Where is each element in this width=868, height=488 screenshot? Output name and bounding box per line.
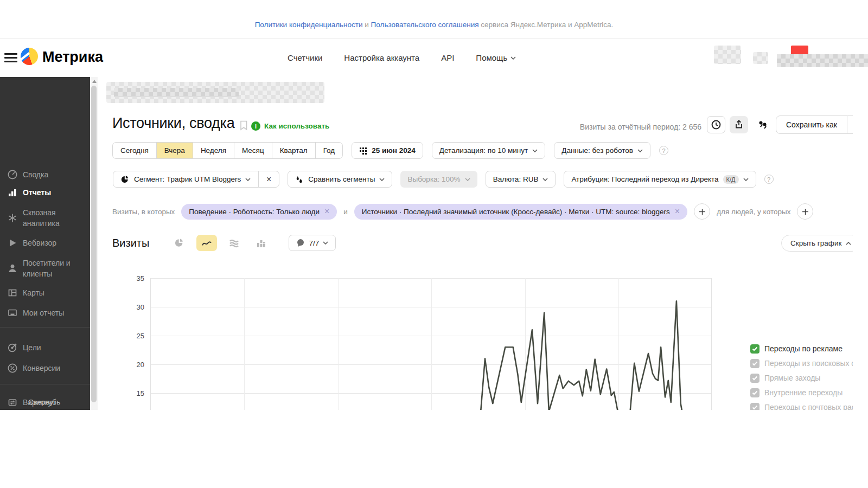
y-axis-tick: 35 <box>125 274 144 282</box>
chart-legend: Переходы по рекламе Переходы из поисковы… <box>750 344 868 412</box>
add-people-filter-button[interactable] <box>797 203 813 220</box>
period-tab-today[interactable]: Сегодня <box>113 143 156 158</box>
chart-type-area-button[interactable] <box>224 235 244 251</box>
nav-api[interactable]: API <box>441 53 454 62</box>
hide-chart-button[interactable]: Скрыть график <box>781 235 860 252</box>
period-tab-yesterday[interactable]: Вчера <box>156 143 193 158</box>
chevron-down-icon <box>637 149 643 152</box>
nav-account-settings[interactable]: Настройка аккаунта <box>344 53 419 62</box>
checkbox-checked-icon[interactable] <box>750 359 760 368</box>
column-chart-icon <box>256 238 266 248</box>
legend-item-search-traffic[interactable]: Переходы из поисковых систем <box>750 358 868 368</box>
segment-clear-button[interactable]: × <box>258 171 279 187</box>
y-axis-tick: 25 <box>125 332 144 340</box>
currency-dropdown[interactable]: Валюта: RUB <box>486 171 556 188</box>
chevron-down-icon <box>465 178 470 181</box>
period-tab-week[interactable]: Неделя <box>193 143 234 158</box>
chart-type-line-button[interactable] <box>196 235 217 251</box>
detail-dropdown[interactable]: Детализация: по 10 минут <box>432 142 546 159</box>
compare-segments-dropdown[interactable]: Сравнить сегменты <box>288 171 392 188</box>
period-tab-month[interactable]: Месяц <box>234 143 272 158</box>
line-chart-icon <box>201 238 212 248</box>
segments-notes-button[interactable] <box>754 116 772 133</box>
segment-dropdown[interactable]: Сегмент: Трафик UTM Bloggers <box>113 171 258 187</box>
header-nav: Счетчики Настройка аккаунта API Помощь <box>288 53 516 62</box>
info-icon: i <box>251 121 260 131</box>
people-filter-label: для людей, у которых <box>717 208 790 216</box>
history-button[interactable] <box>707 116 725 133</box>
plus-icon <box>699 208 706 215</box>
checkbox-checked-icon[interactable] <box>750 388 760 397</box>
chevron-down-icon <box>245 178 251 181</box>
yandex-metrika-app: Политики конфиденциальности и Пользовате… <box>0 0 868 488</box>
blurred-counter-selector[interactable] <box>106 82 324 103</box>
attribution-dropdown[interactable]: Атрибуция: Последний переход из Директа … <box>564 171 756 188</box>
bottom-whitespace <box>0 410 868 488</box>
bookmark-icon[interactable] <box>239 120 248 131</box>
sampling-dropdown[interactable]: Выборка: 100% <box>400 171 477 188</box>
nav-help[interactable]: Помощь <box>476 53 516 62</box>
visits-line-series <box>480 301 684 410</box>
calendar-button[interactable]: 25 июн 2024 <box>352 142 423 159</box>
double-comma-icon <box>757 119 768 130</box>
save-as-button[interactable]: Сохранить как <box>776 115 847 134</box>
annotations-dropdown[interactable]: 7/7 <box>289 235 336 251</box>
help-question-icon[interactable]: ? <box>659 146 668 155</box>
remove-filter-icon[interactable]: × <box>675 207 680 216</box>
plus-icon <box>802 208 809 215</box>
help-question-icon[interactable]: ? <box>764 175 774 184</box>
metrika-logo-icon[interactable] <box>21 48 38 65</box>
sidebar-divider <box>0 384 90 384</box>
period-tab-year[interactable]: Год <box>315 143 343 158</box>
brand-title[interactable]: Метрика <box>42 49 103 66</box>
add-visit-filter-button[interactable] <box>694 203 710 220</box>
period-tab-quarter[interactable]: Квартал <box>272 143 315 158</box>
data-mode-dropdown[interactable]: Данные: без роботов <box>554 142 650 159</box>
legend-item-ad-traffic[interactable]: Переходы по рекламе <box>750 344 868 354</box>
banner-divider <box>0 38 868 38</box>
legend-item-internal-traffic[interactable]: Внутренние переходы <box>750 388 868 397</box>
save-as-split-button: Сохранить как <box>776 115 865 134</box>
chart-type-pie-button[interactable] <box>169 235 190 251</box>
terms-link[interactable]: Пользовательского соглашения <box>371 21 479 29</box>
remove-filter-icon[interactable]: × <box>324 207 329 216</box>
filters-row: Визиты, в которых Поведение · Роботность… <box>112 203 813 220</box>
right-whitespace <box>853 81 868 410</box>
visits-filter-label: Визиты, в которых <box>112 208 175 216</box>
checkbox-checked-icon[interactable] <box>750 374 760 383</box>
y-axis-tick: 15 <box>125 389 144 397</box>
how-to-use-link[interactable]: i Как использовать <box>251 121 329 131</box>
chart-type-columns-button[interactable] <box>251 235 271 251</box>
chevron-down-icon <box>510 56 516 60</box>
chevron-up-icon <box>846 242 851 245</box>
metric-title: Визиты <box>112 237 149 249</box>
pie-chart-icon <box>121 175 130 184</box>
calendar-grid-icon <box>359 147 367 155</box>
blurred-account-widget <box>714 46 741 64</box>
export-button[interactable] <box>730 116 748 133</box>
page-title: Источники, сводка <box>112 115 234 132</box>
privacy-policy-link[interactable]: Политики конфиденциальности <box>255 21 363 29</box>
clock-icon <box>711 119 722 130</box>
export-icon <box>733 119 744 130</box>
speech-bubble-icon <box>296 239 305 247</box>
filter-chip-robots[interactable]: Поведение · Роботность: Только люди × <box>181 204 337 220</box>
blurred-counter-name <box>114 88 239 97</box>
sidebar-collapse-button[interactable]: Свернуть <box>28 398 60 406</box>
legend-item-direct-traffic[interactable]: Прямые заходы <box>750 373 868 383</box>
chevron-down-icon <box>379 178 385 181</box>
hamburger-menu-button[interactable] <box>4 53 17 62</box>
attribution-badge: К/Д <box>723 175 739 184</box>
blurred-user-name <box>777 54 868 67</box>
filter-chip-utm-source[interactable]: Источники · Последний значимый источник … <box>354 204 687 220</box>
blurred-notification-icon <box>753 52 768 64</box>
scrollbar-thumb[interactable] <box>91 86 97 402</box>
scrollbar-up-arrow[interactable] <box>92 80 97 83</box>
nav-counters[interactable]: Счетчики <box>288 53 322 62</box>
chevron-down-icon <box>532 149 538 152</box>
metric-toolbar: Визиты 7/7 <box>112 235 336 251</box>
visits-chart-plot[interactable] <box>150 278 712 410</box>
checkbox-checked-icon[interactable] <box>750 344 760 354</box>
period-row: Сегодня Вчера Неделя Месяц Квартал Год 2… <box>112 142 668 159</box>
visits-period-summary: Визиты за отчётный период: 2 656 <box>542 123 701 131</box>
